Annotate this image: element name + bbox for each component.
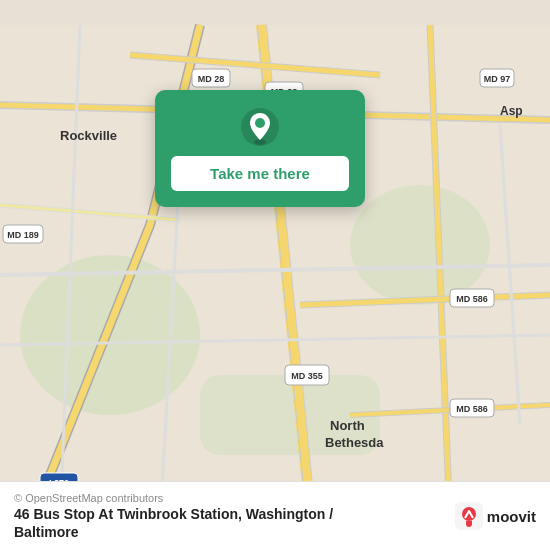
svg-text:Rockville: Rockville	[60, 128, 117, 143]
svg-text:MD 355: MD 355	[291, 371, 323, 381]
bottom-bar: © OpenStreetMap contributors 46 Bus Stop…	[0, 481, 550, 550]
svg-text:Bethesda: Bethesda	[325, 435, 384, 450]
svg-text:MD 97: MD 97	[484, 74, 511, 84]
svg-rect-32	[466, 521, 472, 524]
svg-point-30	[462, 507, 476, 521]
popup-card: Take me there	[155, 90, 365, 207]
location-info: © OpenStreetMap contributors 46 Bus Stop…	[14, 492, 333, 540]
svg-text:MD 28: MD 28	[198, 74, 225, 84]
location-subtitle: Baltimore	[14, 524, 333, 540]
map-container: MD 355 MD 28 MD 28 MD 97 MD 189 MD 586 M…	[0, 0, 550, 550]
map-roads: MD 355 MD 28 MD 28 MD 97 MD 189 MD 586 M…	[0, 0, 550, 550]
moovit-logo: moovit	[455, 502, 536, 530]
moovit-text: moovit	[487, 508, 536, 525]
svg-text:Asp: Asp	[500, 104, 523, 118]
svg-text:MD 189: MD 189	[7, 230, 39, 240]
svg-point-28	[255, 118, 265, 128]
copyright-text: © OpenStreetMap contributors	[14, 492, 333, 504]
take-me-there-button[interactable]: Take me there	[171, 156, 349, 191]
svg-text:MD 586: MD 586	[456, 294, 488, 304]
moovit-icon	[455, 502, 483, 530]
svg-text:North: North	[330, 418, 365, 433]
location-pin-icon	[241, 108, 279, 146]
location-title: 46 Bus Stop At Twinbrook Station, Washin…	[14, 506, 333, 522]
svg-text:MD 586: MD 586	[456, 404, 488, 414]
